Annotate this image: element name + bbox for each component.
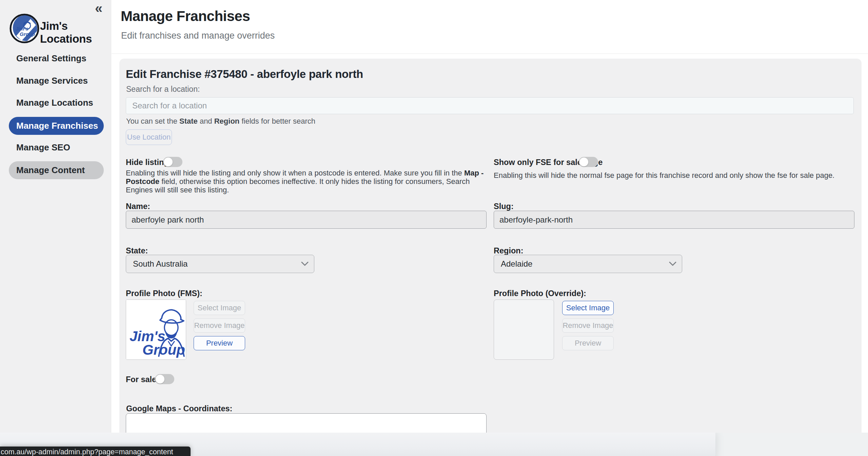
sidebar-item-manage-locations[interactable]: Manage Locations	[9, 94, 104, 112]
name-label: Name:	[126, 202, 150, 211]
name-input[interactable]	[126, 211, 487, 229]
toggle-knob	[164, 158, 173, 166]
app-title: Jim's Locations	[40, 20, 111, 45]
search-helper-text: You can set the State and Region fields …	[126, 117, 315, 126]
svg-text:Group: Group	[142, 342, 185, 358]
sidebar-item-manage-seo[interactable]: Manage SEO	[9, 139, 104, 157]
hide-listing-toggle[interactable]	[163, 157, 182, 167]
hide-listing-label: Hide listing	[126, 158, 169, 167]
search-location-label: Search for a location:	[126, 85, 200, 94]
page-title: Manage Franchises	[121, 8, 250, 24]
sidebar-item-manage-content[interactable]: Manage Content	[9, 161, 104, 179]
override-preview-button[interactable]: Preview	[562, 336, 614, 350]
override-select-image-button[interactable]: Select Image	[562, 301, 614, 315]
photo-fms-image: Jim's Group	[126, 299, 186, 360]
jims-group-logo-image: Jim's Group	[126, 300, 186, 360]
photo-override-label: Profile Photo (Override):	[494, 289, 586, 298]
toggle-knob	[156, 375, 164, 384]
state-select[interactable]: South Australia	[126, 255, 314, 273]
page: « Jim's Group Jim's Locations General Se…	[0, 0, 868, 456]
toggle-knob	[579, 158, 588, 166]
chevron-down-icon	[669, 262, 676, 266]
helper-prefix: You can set the	[126, 117, 179, 125]
helper-state-bold: State	[179, 117, 198, 125]
fse-toggle-description: Enabling this will hide the normal fse p…	[494, 171, 856, 180]
state-label: State:	[126, 246, 148, 255]
sidebar-item-manage-services[interactable]: Manage Services	[9, 72, 104, 90]
jims-group-logo-icon: Jim's Group	[9, 14, 39, 43]
photo-fms-label: Profile Photo (FMS):	[126, 289, 202, 298]
coordinates-label: Google Maps - Coordinates:	[126, 404, 232, 413]
edit-franchise-card	[119, 59, 862, 435]
region-label: Region:	[494, 246, 523, 255]
fse-toggle[interactable]	[579, 157, 598, 167]
fms-select-image-button[interactable]: Select Image	[194, 301, 245, 315]
region-select[interactable]: Adelaide	[494, 255, 682, 273]
sidebar: « Jim's Group Jim's Locations General Se…	[0, 0, 111, 456]
for-sale-toggle[interactable]	[155, 374, 174, 384]
photo-override-image-placeholder	[494, 299, 554, 360]
svg-text:Group: Group	[20, 31, 35, 37]
chevron-down-icon	[301, 262, 309, 266]
link-status-bar: com.au/wp-admin/admin.php?page=manage_co…	[0, 447, 191, 456]
header-divider	[112, 54, 868, 54]
hide-desc-prefix: Enabling this will hide the listing and …	[126, 169, 464, 177]
hide-desc-suffix: field, otherwise this option becomes ine…	[126, 177, 470, 194]
search-location-input[interactable]	[126, 97, 854, 114]
svg-text:Jim's: Jim's	[16, 26, 28, 32]
override-remove-image-button[interactable]: Remove Image	[562, 318, 614, 333]
state-select-value: South Australia	[133, 259, 188, 269]
sidebar-collapse-icon[interactable]: «	[95, 1, 101, 16]
form-title: Edit Franchise #375480 - aberfoyle park …	[126, 68, 363, 81]
fms-preview-button[interactable]: Preview	[194, 336, 245, 350]
hide-listing-description: Enabling this will hide the listing and …	[126, 169, 490, 194]
helper-mid: and	[198, 117, 214, 125]
helper-region-bold: Region	[214, 117, 240, 125]
slug-input[interactable]	[494, 211, 854, 229]
sidebar-item-general-settings[interactable]: General Settings	[9, 49, 104, 67]
helper-suffix: fields for better search	[239, 117, 315, 125]
page-subtitle: Edit franchises and manage overrides	[121, 30, 275, 41]
sidebar-item-manage-franchises[interactable]: Manage Franchises	[9, 117, 104, 135]
slug-label: Slug:	[494, 202, 514, 211]
for-sale-label: For sale	[126, 375, 156, 384]
use-location-button[interactable]: Use Location	[126, 129, 172, 145]
fms-remove-image-button[interactable]: Remove Image	[194, 318, 245, 333]
region-select-value: Adelaide	[501, 259, 532, 269]
